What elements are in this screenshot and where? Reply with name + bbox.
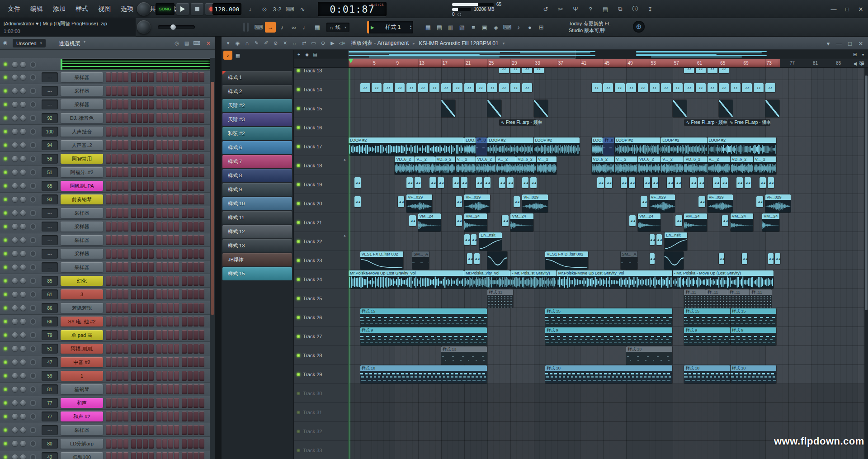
step-cell[interactable]	[182, 86, 187, 96]
step-cell[interactable]	[193, 113, 198, 123]
track-name[interactable]: Track 14	[294, 80, 348, 99]
step-cell[interactable]	[112, 154, 117, 164]
step-cell[interactable]	[182, 113, 187, 123]
step-cell[interactable]	[156, 384, 161, 394]
clip-note[interactable]: ♪♪	[661, 83, 671, 92]
step-cell[interactable]	[193, 330, 198, 340]
channel-select-ring[interactable]	[30, 183, 36, 189]
clip-note[interactable]: ♪♪	[603, 83, 613, 92]
step-cell[interactable]	[106, 303, 111, 313]
step-cell[interactable]	[174, 384, 179, 394]
step-cell[interactable]	[162, 249, 167, 259]
volume-knob[interactable]	[20, 373, 26, 379]
clip-decay[interactable]: VM...24	[510, 213, 533, 232]
track-name[interactable]: Track 22▲	[294, 232, 348, 251]
clip-patslate[interactable]: 样式 11	[487, 289, 513, 308]
clip-patslate[interactable]: 样..11	[728, 289, 750, 308]
step-cell[interactable]	[182, 276, 187, 286]
step-cell[interactable]	[123, 344, 128, 354]
step-cell[interactable]	[193, 181, 198, 191]
clip-note[interactable]: ♪♪	[754, 83, 764, 92]
step-cell[interactable]	[188, 113, 193, 123]
step-cell[interactable]	[193, 235, 198, 245]
track-led[interactable]	[297, 164, 300, 167]
volume-knob[interactable]	[20, 129, 26, 134]
picker-audio-tab-icon[interactable]: ▦	[233, 51, 242, 60]
track-led[interactable]	[297, 373, 300, 376]
menu-item-5[interactable]: 视图	[93, 5, 116, 13]
channel-button[interactable]: DJ..律音色	[61, 113, 103, 123]
step-cell[interactable]	[182, 425, 187, 435]
list-icon[interactable]: ▤	[311, 50, 319, 58]
clip-audio[interactable]: V..._2	[661, 156, 684, 175]
step-cell[interactable]	[168, 357, 173, 367]
step-cell[interactable]	[143, 86, 148, 96]
clip-small[interactable]: ◄◄	[644, 177, 650, 188]
step-cell[interactable]	[162, 289, 167, 299]
step-cell[interactable]	[162, 412, 167, 421]
step-cell[interactable]	[156, 208, 161, 218]
step-cell[interactable]	[112, 99, 117, 109]
clip-note[interactable]: ♪♪	[673, 83, 683, 92]
step-cell[interactable]	[123, 317, 128, 327]
channel-select-ring[interactable]	[30, 62, 36, 68]
channel-select-ring[interactable]	[30, 74, 36, 80]
clip-audio[interactable]: LOOP #2	[661, 137, 707, 156]
zoom-tool-icon[interactable]: ⊙	[318, 38, 328, 48]
clip-decay[interactable]: VM...24	[684, 213, 707, 232]
step-cell[interactable]	[182, 249, 187, 259]
rack-scrollbar-handle[interactable]	[211, 82, 214, 314]
step-cell[interactable]	[123, 167, 128, 177]
step-cell[interactable]	[162, 99, 167, 109]
clip-audio[interactable]: V..._2	[708, 156, 730, 175]
step-cell[interactable]	[143, 303, 148, 313]
fit-to-view-icon[interactable]: ⊞	[851, 50, 859, 58]
clip-audio[interactable]: VD..6_2	[731, 156, 753, 175]
step-cell[interactable]	[193, 412, 198, 421]
view-mixer-icon[interactable]: ▧	[457, 22, 467, 33]
step-cell[interactable]	[112, 330, 117, 340]
pan-knob[interactable]	[12, 414, 18, 419]
step-cell[interactable]	[131, 303, 136, 313]
step-cell[interactable]	[143, 289, 148, 299]
track-led[interactable]	[297, 316, 300, 319]
channel-button[interactable]: 阿福..呱呱	[61, 344, 103, 354]
pan-knob[interactable]	[12, 75, 18, 80]
step-cell[interactable]	[131, 371, 136, 381]
channel-button[interactable]: 单 pad 高	[61, 330, 103, 340]
track-led[interactable]	[297, 107, 300, 110]
channel-select-ring[interactable]	[30, 237, 36, 243]
pattern-item[interactable]: 贝斯 #3	[222, 113, 292, 126]
step-cell[interactable]	[199, 99, 204, 109]
step-cell[interactable]	[162, 86, 167, 96]
track-name[interactable]: Track 32	[294, 422, 348, 441]
step-cell[interactable]	[143, 140, 148, 150]
step-cell[interactable]	[118, 412, 123, 421]
step-cell[interactable]	[162, 398, 167, 408]
step-cell[interactable]	[156, 412, 161, 421]
step-cell[interactable]	[131, 154, 136, 164]
fl-logo-knob[interactable]	[137, 2, 151, 16]
channel-button[interactable]: 笙钢琴	[61, 384, 103, 394]
track-name[interactable]: Track 23	[294, 251, 348, 270]
step-cell[interactable]	[149, 127, 154, 137]
overview-viewport[interactable]	[349, 50, 576, 59]
channel-button[interactable]: 采样器	[61, 72, 103, 82]
step-cell[interactable]	[149, 154, 154, 164]
pattern-spinner[interactable]: ▴▾	[410, 24, 411, 30]
step-cell[interactable]	[182, 398, 187, 408]
pan-knob[interactable]	[12, 387, 18, 392]
step-cell[interactable]	[137, 208, 142, 218]
step-cell[interactable]	[188, 262, 193, 272]
menu-item-3[interactable]: 添加	[48, 5, 71, 13]
clip-audio[interactable]: V..._2	[615, 156, 637, 175]
channel-select-ring[interactable]	[30, 128, 36, 135]
step-cell[interactable]	[149, 167, 154, 177]
step-cell[interactable]	[156, 371, 161, 381]
step-cell[interactable]	[199, 384, 204, 394]
channel-button[interactable]: 1	[61, 371, 103, 381]
track-led[interactable]	[297, 259, 300, 262]
mute-led[interactable]	[4, 388, 7, 391]
step-cell[interactable]	[112, 384, 117, 394]
step-cell[interactable]	[199, 235, 204, 245]
